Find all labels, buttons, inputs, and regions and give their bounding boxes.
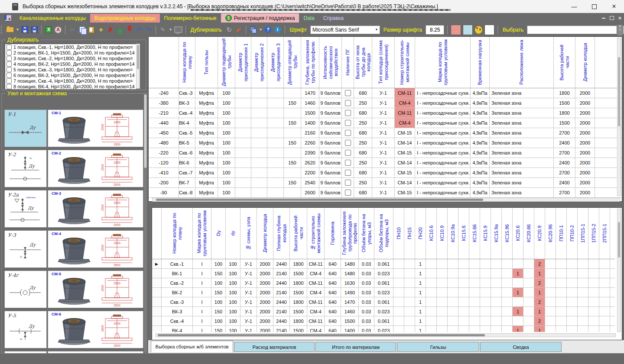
cell[interactable]: I - непросадочные сухи... [415,188,471,197]
cell[interactable] [437,307,448,316]
mdi-minimize-icon[interactable] [602,18,605,19]
cell[interactable]: 100 [226,259,240,268]
cell[interactable]: 150 [284,158,301,168]
cell[interactable] [448,278,458,287]
cell[interactable]: Муфта [195,88,218,98]
cell[interactable]: 1 [415,297,426,306]
save-button[interactable] [21,26,29,34]
cell[interactable]: Скв.-1 [162,259,193,268]
cell[interactable] [480,307,491,316]
cell[interactable]: СМ-11 [307,278,325,287]
copy-button[interactable] [78,26,86,34]
cell[interactable]: 2700 [554,188,575,197]
bottom-col-header[interactable]: 2ПП15-1 [599,208,610,259]
cell[interactable]: Скв.-8 [179,188,195,197]
cell[interactable] [426,269,437,278]
cell[interactable]: 100 [218,178,235,187]
cell[interactable]: I [193,307,211,316]
cell[interactable]: 250 [354,118,372,128]
open-file-button[interactable] [6,26,14,34]
cell[interactable]: ВК-1 [162,269,193,278]
redo-button[interactable]: ↷ [145,26,153,34]
bottom-col-header[interactable]: КС15.9а [491,208,502,259]
cell[interactable]: 0.03 [359,297,374,306]
cell[interactable] [523,288,534,297]
cell[interactable]: 9 баллов [319,128,342,138]
cell[interactable] [502,297,513,306]
cell[interactable]: 1500 [290,288,307,297]
cell[interactable]: 1 [415,288,426,297]
cell[interactable] [458,307,469,316]
cell[interactable]: У-1 [372,158,395,168]
menu-item-2[interactable]: Водопроводные колодцы [90,14,160,23]
cell[interactable] [480,288,491,297]
cell[interactable] [235,148,251,158]
cell[interactable] [469,297,480,306]
cell[interactable]: Скв.-4 [162,316,193,325]
cell[interactable]: 0.03 [359,259,374,268]
top-table-vscrollbar[interactable] [617,38,621,196]
checkbox[interactable] [6,56,12,61]
cell[interactable] [567,269,578,278]
top-col-header[interactable]: Диаметр колодца [575,37,595,88]
cell[interactable] [523,269,534,278]
cell[interactable]: СМ-4 [307,326,325,332]
row-selector[interactable] [152,316,162,325]
top-table-row[interactable]: -200ВК-7Муфта10015025409 баллов250У-1СМ-… [149,178,622,188]
bottom-col-header[interactable]: № схемы, узла [240,208,257,259]
bottom-col-header[interactable]: КС20.6 [513,208,523,259]
bottom-table-row[interactable]: Скв.-3I100100У-1200024401800СМ-116401470… [152,297,615,307]
cell[interactable]: ВК-7 [179,178,195,187]
cell[interactable]: Зеленая зона [490,98,554,108]
edit-button[interactable]: ✎ [159,26,167,34]
font-combobox[interactable]: Microsoft Sans Serif ▼ [310,26,380,34]
cell[interactable] [491,307,502,316]
cell[interactable]: 640 [325,278,341,287]
pg-checkbox[interactable] [345,150,351,156]
cell[interactable] [588,259,599,268]
cell[interactable]: 1500 [554,98,575,108]
cell[interactable] [491,278,502,287]
cell[interactable]: 100 [218,188,235,197]
cell[interactable]: У-1 [372,138,395,148]
cell[interactable]: 680 [354,108,372,118]
top-col-header[interactable]: Диаметр присоединения 3 [267,37,284,88]
bottom-col-header[interactable]: КС10.9а [448,208,458,259]
cell[interactable]: 2140 [273,269,290,278]
cell[interactable] [502,307,513,316]
cell[interactable]: I - непросадочные сухи... [415,138,471,148]
cell[interactable]: 1 [415,278,426,287]
duplicate-list-item[interactable]: 7 позиция, Скв.-4, Нр=1800, Дк=2000, Н п… [5,78,136,84]
cell[interactable]: У-1 [240,269,257,278]
cell[interactable]: У-1 [240,326,257,332]
cell[interactable]: I [193,326,211,332]
cell[interactable] [556,259,567,268]
bottom-col-header[interactable]: 1ПП15-1 [578,208,588,259]
cell[interactable] [491,288,502,297]
cell[interactable]: 2200 [301,168,319,177]
cell[interactable]: 4,9кПа [471,178,490,187]
row-selector[interactable] [152,288,162,297]
cell[interactable]: -480 [149,138,179,148]
bottom-col-header[interactable]: КС15.6 [458,208,469,259]
duplicate-list-item[interactable]: 8 позиция, ВК-4, Нр=1500, Дк=2000, Н по … [5,84,136,89]
cell[interactable]: Зеленая зона [490,178,554,187]
cell[interactable]: ВК-4 [179,118,195,128]
pg-checkbox[interactable] [345,160,351,166]
cell[interactable]: 2440 [273,278,290,287]
nodes-panel-scrollbar[interactable] [144,93,147,352]
cell[interactable]: 1480 [341,259,359,268]
cell[interactable]: Муфта [195,148,218,158]
cell[interactable] [342,148,354,158]
tab-2[interactable]: Расход материалов [234,342,315,352]
cell[interactable]: СМ-14 [395,158,415,168]
bottom-col-header[interactable]: КС10.6 [426,208,437,259]
cell[interactable]: 0.03 [359,288,374,297]
cell[interactable] [545,288,556,297]
bottom-table-row[interactable]: ВК-1I150100У-1200021401500СМ-464014800.0… [152,269,615,278]
current-row-arrow-icon[interactable]: ▶ [152,259,162,268]
cell[interactable]: 100 [218,118,235,128]
row-selector[interactable] [152,269,162,278]
cell[interactable]: У-1 [372,98,395,108]
cell[interactable]: Зеленая зона [490,188,554,197]
